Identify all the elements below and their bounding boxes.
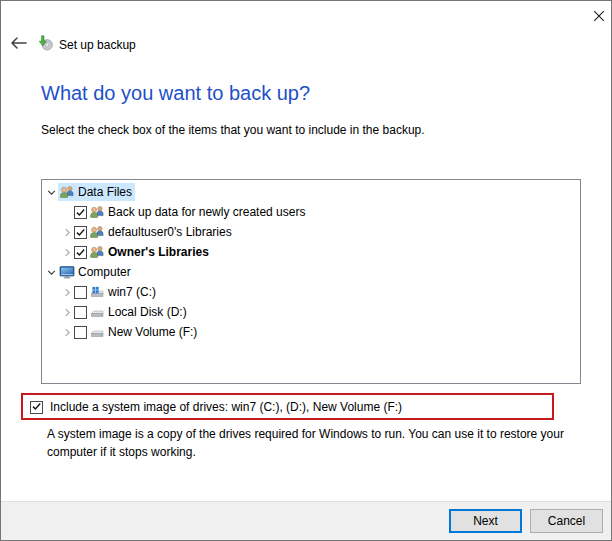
tree-item-content: New Volume (F:) xyxy=(88,323,200,341)
tree-item-computer[interactable]: Computer xyxy=(42,262,580,282)
tree-item-content: win7 (C:) xyxy=(88,283,159,301)
close-icon xyxy=(593,10,605,22)
tree-item-label: defaultuser0's Libraries xyxy=(108,225,232,239)
drive-icon xyxy=(89,324,105,340)
system-drive-icon xyxy=(89,284,105,300)
tree-item-content: defaultuser0's Libraries xyxy=(88,223,235,241)
system-image-note: A system image is a copy of the drives r… xyxy=(47,425,587,461)
check-icon xyxy=(31,398,42,416)
tree-item-label: Computer xyxy=(78,265,131,279)
tree-item-owner-s-libraries[interactable]: Owner's Libraries xyxy=(42,242,580,262)
tree-item-content: Data Files xyxy=(58,183,135,201)
tree-item-label: Data Files xyxy=(78,185,132,199)
chevron-down-icon[interactable] xyxy=(46,267,57,278)
backup-items-tree: Data FilesBack up data for newly created… xyxy=(41,179,581,384)
computer-icon xyxy=(59,264,75,280)
chevron-right-icon[interactable] xyxy=(62,227,73,238)
tree-item-new-volume-f[interactable]: New Volume (F:) xyxy=(42,322,580,342)
page-heading: What do you want to back up? xyxy=(41,82,310,105)
tree-item-label: Local Disk (D:) xyxy=(108,305,187,319)
tree-item-local-disk-d[interactable]: Local Disk (D:) xyxy=(42,302,580,322)
system-image-row: Include a system image of drives: win7 (… xyxy=(29,397,402,417)
setup-backup-window: Set up backup What do you want to back u… xyxy=(0,0,612,541)
tree-item-label: Back up data for newly created users xyxy=(108,205,305,219)
tree-item-content: Owner's Libraries xyxy=(88,243,212,261)
back-arrow-icon xyxy=(10,37,28,49)
users-icon xyxy=(59,184,75,200)
tree-item-label: Owner's Libraries xyxy=(108,245,209,259)
close-button[interactable] xyxy=(593,10,605,22)
tree-item-back-up-data-for-newly-created-users[interactable]: Back up data for newly created users xyxy=(42,202,580,222)
tree-checkbox[interactable] xyxy=(74,226,87,239)
footer-bar: Next Cancel xyxy=(1,501,611,540)
chevron-right-icon[interactable] xyxy=(62,307,73,318)
chevron-right-icon[interactable] xyxy=(62,247,73,258)
tree-item-win7-c[interactable]: win7 (C:) xyxy=(42,282,580,302)
tree-item-data-files[interactable]: Data Files xyxy=(42,182,580,202)
back-button[interactable] xyxy=(10,37,28,51)
expander-spacer xyxy=(62,207,73,218)
tree-item-label: win7 (C:) xyxy=(108,285,156,299)
system-image-label: Include a system image of drives: win7 (… xyxy=(50,400,402,414)
tree-checkbox[interactable] xyxy=(74,326,87,339)
backup-app-icon xyxy=(37,35,53,51)
instruction-text: Select the check box of the items that y… xyxy=(41,123,425,137)
tree-checkbox[interactable] xyxy=(74,286,87,299)
next-button[interactable]: Next xyxy=(449,509,522,533)
users-icon xyxy=(89,224,105,240)
chevron-down-icon[interactable] xyxy=(46,187,57,198)
tree-checkbox[interactable] xyxy=(74,246,87,259)
users-icon xyxy=(89,244,105,260)
tree-item-label: New Volume (F:) xyxy=(108,325,197,339)
tree-item-content: Local Disk (D:) xyxy=(88,303,190,321)
tree-item-content: Computer xyxy=(58,263,134,281)
tree-item-defaultuser0-s-libraries[interactable]: defaultuser0's Libraries xyxy=(42,222,580,242)
users-icon xyxy=(89,204,105,220)
window-title: Set up backup xyxy=(59,38,136,52)
system-image-checkbox[interactable] xyxy=(30,401,43,414)
chevron-right-icon[interactable] xyxy=(62,327,73,338)
tree-item-content: Back up data for newly created users xyxy=(88,203,308,221)
drive-icon xyxy=(89,304,105,320)
cancel-button[interactable]: Cancel xyxy=(530,509,603,533)
tree-checkbox[interactable] xyxy=(74,306,87,319)
chevron-right-icon[interactable] xyxy=(62,287,73,298)
tree-checkbox[interactable] xyxy=(74,206,87,219)
